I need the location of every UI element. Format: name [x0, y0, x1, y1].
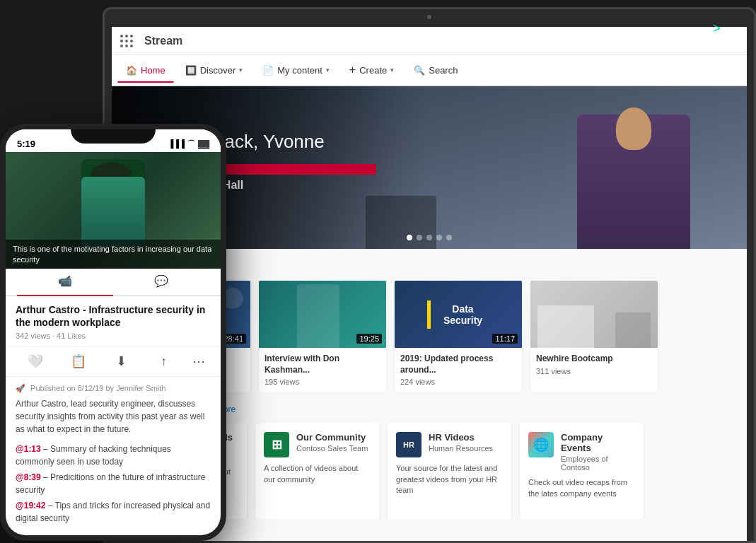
home-icon: 🏠: [126, 65, 137, 76]
video-card-3[interactable]: DataSecurity 11:17 2019: Updated process…: [395, 281, 522, 392]
bookmark-icon: 📋: [71, 354, 86, 369]
channel-desc-4: Check out video recaps from the lates co…: [528, 477, 635, 499]
nav-my-content[interactable]: 📄 My content ▾: [254, 59, 338, 81]
channel-card-4[interactable]: 🌐 Company Events Employees of Contoso Ch…: [520, 424, 644, 519]
bookmark-button[interactable]: 📋: [59, 351, 99, 372]
download-button[interactable]: ⬇: [101, 351, 141, 372]
channel-header-3: HR HR Videos Human Resources: [396, 432, 503, 457]
channel-name-4: Company Events: [561, 432, 635, 453]
phone-video-title: Arthur Castro - Infrastructure security …: [6, 296, 221, 332]
hero-dot-4[interactable]: [436, 235, 442, 240]
phone-timestamp-3: @19:42 – Tips and tricks for increased p…: [16, 499, 211, 525]
phone-hero-image: This is one of the motivating factors in…: [6, 152, 221, 269]
laptop-camera: [427, 15, 431, 19]
video-card-2[interactable]: 19:25 Interview with Don Kashman... 195 …: [259, 281, 386, 392]
video-duration-2: 19:25: [356, 334, 382, 344]
video-thumb-2: 19:25: [259, 281, 386, 348]
main-nav: 🏠 Home 🔲 Discover ▾ 📄 My content ▾ + Cre…: [112, 55, 747, 86]
like-icon: 🤍: [28, 354, 43, 369]
channel-info-2: Our Community Contoso Sales Team: [296, 432, 371, 452]
phone-notch: [71, 129, 156, 144]
signal-icon: ▐▐▐: [168, 139, 185, 148]
channel-card-3[interactable]: HR HR Videos Human Resources Your source…: [388, 424, 511, 519]
phone-tabs: 📹 💬: [6, 269, 221, 296]
channel-info-4: Company Events Employees of Contoso: [561, 432, 635, 472]
video-views-2: 195 views: [264, 378, 380, 386]
hero-dot-3[interactable]: [426, 235, 432, 240]
waffle-menu[interactable]: [120, 35, 133, 47]
nav-discover-label: Discover: [200, 65, 236, 76]
video-title-2: Interview with Don Kashman...: [264, 354, 380, 375]
timestamp-link-2[interactable]: @8:39: [16, 472, 41, 482]
phone-published: 🚀 Published on 8/12/19 by Jennifer Smith: [16, 384, 211, 393]
video-title-4: Newhire Bootcamp: [536, 354, 652, 365]
video-thumb-3: DataSecurity 11:17: [395, 281, 522, 348]
phone-status-icons: ▐▐▐ ⌒ ▓▓: [168, 139, 209, 149]
channel-sub-2: Contoso Sales Team: [296, 444, 371, 452]
video-views-4: 311 views: [536, 367, 652, 375]
stream-topbar: Stream: [112, 27, 747, 55]
more-options-button[interactable]: ⋯: [187, 351, 211, 372]
video-views-3: 224 views: [400, 378, 516, 386]
more-icon: ⋯: [192, 354, 205, 368]
discover-icon: 🔲: [185, 65, 197, 76]
hero-dot-2[interactable]: [417, 235, 422, 240]
video-tab-icon: 📹: [17, 274, 113, 288]
video-info-2: Interview with Don Kashman... 195 views: [259, 348, 386, 392]
nav-create[interactable]: + Create ▾: [341, 58, 402, 82]
channel-icon-2: ⊞: [264, 432, 289, 457]
hero-dot-5[interactable]: [446, 235, 452, 240]
video-info-4: Newhire Bootcamp 311 views: [530, 348, 658, 381]
phone-timestamp-2: @8:39 – Predicitions on the future of in…: [16, 471, 211, 496]
timestamp-link-3[interactable]: @19:42: [16, 501, 45, 510]
channel-header-2: ⊞ Our Community Contoso Sales Team: [264, 432, 371, 457]
nav-search-label: Search: [429, 65, 458, 76]
video-title-3: 2019: Updated process around...: [400, 354, 516, 375]
nav-create-label: Create: [359, 65, 387, 76]
download-icon: ⬇: [116, 354, 127, 369]
nav-search[interactable]: 🔍 Search: [405, 59, 466, 81]
channel-sub-3: Human Resources: [429, 444, 503, 452]
phone-description: 🚀 Published on 8/12/19 by Jennifer Smith…: [6, 377, 221, 535]
channel-sub-4: Employees of Contoso: [561, 455, 635, 472]
timestamp-link-1[interactable]: @1:13: [16, 444, 41, 454]
channel-desc-3: Your source for the latest and greatest …: [396, 463, 503, 496]
data-security-label: DataSecurity: [436, 296, 489, 333]
phone-time: 5:19: [17, 139, 35, 149]
phone-video-meta: 342 views · 41 Likes: [6, 332, 221, 346]
published-icon: 🚀: [16, 384, 25, 392]
nav-home[interactable]: 🏠 Home: [117, 59, 174, 83]
nav-my-content-label: My content: [277, 65, 322, 76]
like-button[interactable]: 🤍: [16, 351, 56, 372]
cursor-arrow: >: [713, 21, 721, 36]
hero-dots: [407, 235, 452, 240]
video-duration-3: 11:17: [492, 334, 518, 344]
my-content-icon: 📄: [262, 65, 274, 76]
battery-icon: ▓▓: [198, 139, 209, 148]
create-chevron: ▾: [390, 66, 394, 74]
video-thumb-4: [530, 281, 658, 348]
phone-timestamp-1: @1:13 – Summary of hacking techniques co…: [16, 443, 211, 468]
channel-info-3: HR Videos Human Resources: [429, 432, 503, 452]
nav-discover[interactable]: 🔲 Discover ▾: [177, 59, 252, 81]
share-icon: ↑: [161, 354, 167, 369]
share-button[interactable]: ↑: [144, 351, 185, 372]
phone-frame: 5:19 ▐▐▐ ⌒ ▓▓ This is one of the motivat…: [0, 124, 226, 541]
channel-name-3: HR Videos: [429, 432, 503, 443]
channel-header-4: 🌐 Company Events Employees of Contoso: [528, 432, 635, 472]
nav-home-label: Home: [141, 65, 165, 76]
channel-card-2[interactable]: ⊞ Our Community Contoso Sales Team A col…: [255, 424, 379, 519]
video-card-4[interactable]: Newhire Bootcamp 311 views: [530, 281, 658, 392]
comment-tab-icon: 💬: [113, 274, 209, 288]
phone-tab-comments[interactable]: 💬: [113, 269, 209, 295]
channel-desc-2: A collection of videos about our communi…: [264, 463, 371, 485]
channel-icon-3: HR: [396, 432, 421, 457]
my-content-chevron: ▾: [326, 66, 330, 74]
phone-actions: 🤍 📋 ⬇ ↑ ⋯: [6, 346, 221, 377]
search-icon: 🔍: [414, 65, 425, 76]
phone-screen: 5:19 ▐▐▐ ⌒ ▓▓ This is one of the motivat…: [6, 129, 221, 535]
phone-tab-video[interactable]: 📹: [17, 269, 113, 296]
stream-logo: Stream: [144, 35, 182, 47]
channel-icon-4: 🌐: [528, 432, 554, 457]
hero-dot-1[interactable]: [407, 235, 412, 240]
